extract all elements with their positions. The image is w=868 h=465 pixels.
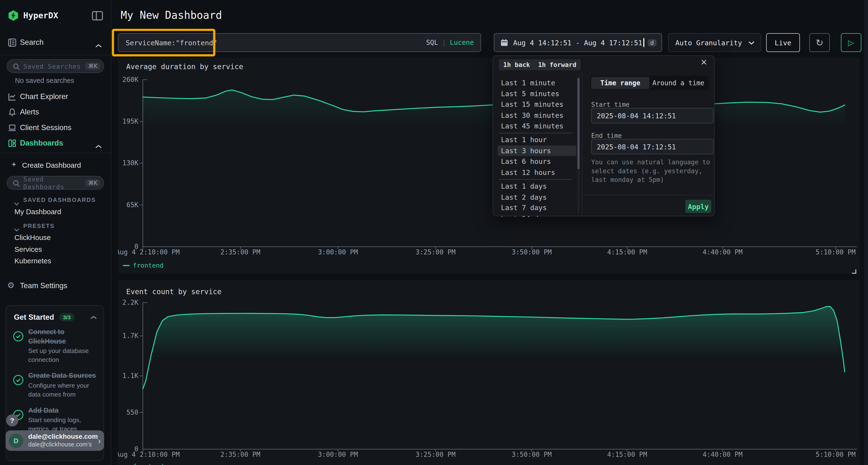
saved-dashboard-link[interactable]: My Dashboard [14, 206, 108, 217]
quick-range-option[interactable]: Last 14 days [493, 213, 578, 217]
close-button[interactable]: × [701, 57, 707, 67]
svg-text:1.1K: 1.1K [123, 372, 138, 379]
resize-handle-icon[interactable] [851, 266, 857, 271]
saved-searches-input[interactable]: Saved Searches ⌘K [7, 59, 104, 73]
user-menu[interactable]: D dale@clickhouse.com dale@clickhouse.co… [5, 430, 104, 451]
chevron-up-icon [95, 40, 102, 51]
sidebar-item-label: Dashboards [20, 139, 63, 147]
lucene-toggle[interactable]: Lucene [450, 39, 474, 46]
svg-text:2:35:00 PM: 2:35:00 PM [220, 451, 260, 458]
divider [0, 153, 111, 153]
hyperdx-logo-icon [8, 10, 19, 21]
svg-text:3:25:00 PM: 3:25:00 PM [415, 451, 456, 458]
get-started-item-title: Add Data [28, 406, 98, 415]
chart-legend[interactable]: frontend [123, 262, 163, 269]
live-button[interactable]: Live [766, 33, 800, 52]
event-count-chart[interactable]: 05501.1K1.7K2.2KAug 4 2:10:00 PM2:35:00 … [118, 280, 860, 465]
kbd-shortcut: ⌘K [86, 62, 100, 70]
quick-range-option[interactable]: Last 12 hours [493, 167, 578, 178]
quick-range-option[interactable]: Last 2 days [493, 192, 578, 203]
kbd-d: d [647, 39, 656, 46]
help-button[interactable]: ? [6, 414, 18, 427]
sidebar-item-search[interactable]: Search [0, 35, 111, 50]
svg-text:260K: 260K [123, 76, 138, 84]
tab-label: Time range [600, 79, 641, 87]
svg-text:65K: 65K [126, 201, 138, 209]
dashboard-grid-icon [8, 139, 17, 150]
svg-text:3:50:00 PM: 3:50:00 PM [512, 248, 552, 256]
svg-text:2.2K: 2.2K [123, 299, 138, 306]
back-1h-button[interactable]: 1h back [499, 59, 534, 70]
end-time-input[interactable]: 2025-08-04 17:12:51 [591, 139, 713, 154]
saved-dashboards-input[interactable]: Saved Dashboards ⌘K [7, 176, 104, 190]
create-dashboard-label: Create Dashboard [22, 161, 81, 169]
scrollbar-thumb[interactable] [578, 78, 580, 169]
section-saved-dashboards[interactable]: SAVED DASHBOARDS [0, 195, 111, 204]
preset-dashboard-link[interactable]: Services [14, 243, 108, 255]
saved-dashboards-list: My Dashboard [14, 206, 108, 217]
svg-text:4:40:00 PM: 4:40:00 PM [703, 451, 743, 458]
chevron-right-icon: › [98, 436, 100, 445]
get-started-item[interactable]: Connect to ClickHouse Set up your databa… [13, 327, 104, 364]
forward-1h-button[interactable]: 1h forward [534, 59, 581, 70]
legend-label: frontend [133, 462, 163, 465]
plus-icon: + [11, 160, 16, 169]
svg-text:5:10:00 PM: 5:10:00 PM [816, 248, 856, 256]
saved-searches-placeholder: Saved Searches [23, 62, 85, 70]
calendar-icon [500, 39, 508, 46]
kbd-shortcut: ⌘K [86, 179, 100, 187]
quick-range-option[interactable]: Last 3 hours [498, 145, 576, 156]
scrollbar-track[interactable] [578, 76, 580, 214]
refresh-button[interactable]: ↻ [809, 33, 830, 52]
sidebar: HyperDX Search Saved Searches ⌘K No save… [0, 0, 111, 465]
sidebar-item-alerts[interactable]: Alerts [0, 105, 111, 120]
preset-dashboard-link[interactable]: ClickHouse [14, 232, 108, 243]
get-started-item[interactable]: Create Data Sources Configure where your… [13, 371, 104, 399]
quick-range-option[interactable]: Last 7 days [493, 203, 578, 213]
tab-around-a-time[interactable]: Around a time [649, 77, 707, 89]
sidebar-item-dashboards[interactable]: Dashboards [0, 136, 111, 151]
quick-range-option[interactable]: Last 6 hours [493, 156, 578, 167]
sidebar-item-label: Alerts [20, 108, 39, 116]
sidebar-item-client-sessions[interactable]: Client Sessions [0, 121, 111, 135]
granularity-select[interactable]: Auto Granularity [668, 33, 761, 52]
quick-range-option[interactable]: Last 1 hour [493, 135, 578, 145]
search-query-input[interactable]: ServiceName:"frontend" SQL | Lucene [118, 33, 481, 52]
apply-button[interactable]: Apply [685, 200, 711, 213]
get-started-items: Connect to ClickHouse Set up your databa… [6, 327, 103, 433]
get-started-item[interactable]: Add Data Start sending logs, metrics, or… [13, 406, 104, 433]
quick-range-option[interactable]: Last 30 minutes [493, 110, 578, 121]
quick-range-option[interactable]: Last 1 days [493, 181, 578, 192]
sidebar-item-label: Client Sessions [20, 123, 72, 132]
create-dashboard-button[interactable]: + Create Dashboard [0, 158, 111, 171]
tab-label: Around a time [652, 79, 705, 87]
section-label: PRESETS [23, 222, 55, 229]
time-picker-popover: 1h back 1h forward × Last 1 minuteLast 5… [493, 56, 715, 217]
sidebar-item-team-settings[interactable]: ⚙ Team Settings [0, 279, 111, 293]
chart-panel-event-count: Event count by service 05501.1K1.7K2.2KA… [118, 280, 860, 465]
time-range-input[interactable]: Aug 4 14:12:51 - Aug 4 17:12:51 d [494, 33, 662, 52]
logo-row: HyperDX [0, 8, 111, 23]
avg-duration-chart[interactable]: 065K130K195K260KAug 4 2:10:00 PM2:35:00 … [118, 58, 860, 274]
svg-text:3:00:00 PM: 3:00:00 PM [318, 248, 358, 256]
quick-range-option[interactable]: Last 5 minutes [493, 88, 578, 99]
time-picker-tabs: Time range Around a time [590, 76, 708, 90]
chevron-up-icon[interactable] [90, 312, 97, 322]
quick-range-option[interactable]: Last 1 minute [493, 77, 578, 88]
sidebar-item-label: Chart Explorer [20, 92, 68, 100]
section-presets[interactable]: PRESETS [0, 221, 111, 231]
search-icon [13, 62, 20, 70]
start-time-label: Start time [591, 101, 629, 108]
tab-time-range[interactable]: Time range [591, 77, 649, 89]
chart-legend[interactable]: frontend [123, 462, 163, 465]
sidebar-item-chart-explorer[interactable]: Chart Explorer [0, 90, 111, 104]
sidebar-collapse-icon[interactable] [92, 11, 103, 23]
quick-range-option[interactable]: Last 15 minutes [493, 99, 578, 110]
user-sub: dale@clickhouse.com's [28, 441, 98, 449]
quick-range-option[interactable]: Last 45 minutes [493, 121, 578, 132]
run-query-button[interactable]: ▷ [841, 33, 862, 52]
preset-dashboard-link[interactable]: Kubernetes [14, 255, 108, 266]
sql-toggle[interactable]: SQL [426, 39, 438, 46]
start-time-input[interactable]: 2025-08-04 14:12:51 [591, 108, 713, 123]
svg-text:195K: 195K [123, 117, 138, 125]
